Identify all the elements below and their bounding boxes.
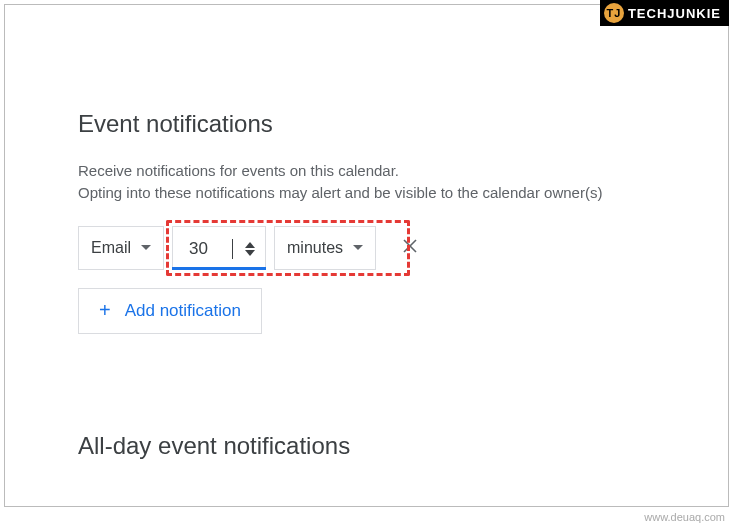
stepper-down-icon[interactable] bbox=[245, 250, 255, 256]
notification-method-dropdown[interactable]: Email bbox=[78, 226, 164, 270]
brand-text: TECHJUNKIE bbox=[628, 6, 721, 21]
quantity-value: 30 bbox=[189, 239, 231, 259]
brand-badge-icon: TJ bbox=[604, 3, 624, 23]
stepper-up-icon[interactable] bbox=[245, 242, 255, 248]
watermark-url: www.deuaq.com bbox=[644, 511, 725, 523]
quantity-stepper bbox=[245, 242, 255, 256]
chevron-down-icon bbox=[353, 245, 363, 250]
watermark-brand: TJ TECHJUNKIE bbox=[600, 0, 729, 26]
notification-unit-value: minutes bbox=[287, 239, 343, 257]
remove-notification-button[interactable] bbox=[394, 236, 426, 259]
text-cursor bbox=[232, 239, 233, 259]
notification-unit-dropdown[interactable]: minutes bbox=[274, 226, 376, 270]
notification-method-value: Email bbox=[91, 239, 131, 257]
notification-quantity-input[interactable]: 30 bbox=[172, 226, 266, 270]
notification-row: Email 30 minutes bbox=[78, 226, 663, 270]
focus-underline bbox=[172, 267, 266, 270]
chevron-down-icon bbox=[141, 245, 151, 250]
close-icon bbox=[402, 238, 418, 254]
